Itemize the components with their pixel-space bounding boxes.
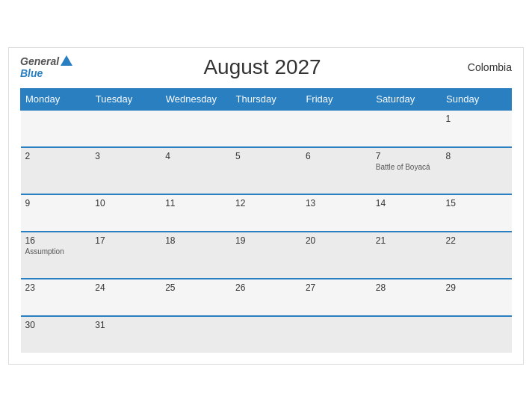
calendar-cell: 15 — [442, 194, 512, 232]
weekday-header-row: MondayTuesdayWednesdayThursdayFridaySatu… — [21, 88, 512, 110]
weekday-header-monday: Monday — [21, 88, 91, 110]
day-number: 28 — [376, 282, 437, 293]
calendar-header: General Blue August 2027 Colombia — [20, 55, 512, 79]
weekday-header-tuesday: Tuesday — [90, 88, 161, 110]
day-number: 18 — [165, 235, 226, 246]
calendar-cell: 30 — [21, 316, 91, 353]
calendar-cell: 19 — [231, 232, 301, 279]
calendar-cell: 1 — [442, 110, 512, 147]
day-number: 26 — [235, 282, 297, 293]
calendar-cell: 12 — [231, 194, 301, 232]
calendar-cell — [371, 110, 442, 147]
calendar-cell: 23 — [21, 279, 91, 316]
logo-triangle-icon — [61, 55, 72, 66]
calendar-cell: 25 — [161, 279, 231, 316]
calendar-cell — [301, 316, 371, 353]
calendar-cell: 22 — [442, 232, 512, 279]
calendar-cell — [231, 316, 301, 353]
calendar-week-row: 23242526272829 — [21, 279, 512, 316]
day-number: 29 — [446, 282, 507, 293]
calendar-cell: 7Battle of Boyacá — [371, 147, 442, 194]
calendar-week-row: 234567Battle of Boyacá8 — [21, 147, 512, 194]
country-label: Colombia — [452, 61, 512, 73]
calendar-week-row: 3031 — [21, 316, 512, 353]
logo-blue-text: Blue — [20, 67, 43, 79]
weekday-header-sunday: Sunday — [442, 88, 512, 110]
day-number: 12 — [235, 198, 297, 208]
calendar-cell — [161, 316, 231, 353]
day-number: 10 — [95, 198, 156, 208]
calendar-cell — [90, 110, 161, 147]
day-number: 15 — [446, 198, 507, 208]
calendar-cell: 31 — [90, 316, 161, 353]
logo: General Blue — [20, 55, 72, 79]
day-number: 4 — [165, 151, 226, 161]
calendar-cell — [371, 316, 442, 353]
calendar-cell: 21 — [371, 232, 442, 279]
calendar-cell — [21, 110, 91, 147]
calendar-cell: 9 — [21, 194, 91, 232]
day-number: 22 — [446, 235, 507, 246]
day-number: 5 — [235, 151, 297, 161]
calendar-cell: 28 — [371, 279, 442, 316]
weekday-header-thursday: Thursday — [231, 88, 301, 110]
day-number: 16 — [25, 235, 87, 246]
calendar-cell: 14 — [371, 194, 442, 232]
weekday-header-saturday: Saturday — [371, 88, 442, 110]
calendar-cell: 5 — [231, 147, 301, 194]
calendar-container: General Blue August 2027 Colombia Monday… — [8, 47, 524, 365]
calendar-week-row: 9101112131415 — [21, 194, 512, 232]
calendar-cell — [301, 110, 371, 147]
calendar-cell: 2 — [21, 147, 91, 194]
calendar-cell: 11 — [161, 194, 231, 232]
calendar-cell: 10 — [90, 194, 161, 232]
day-number: 13 — [306, 198, 367, 208]
day-number: 9 — [25, 198, 87, 208]
day-number: 11 — [165, 198, 226, 208]
calendar-cell: 6 — [301, 147, 371, 194]
calendar-cell: 17 — [90, 232, 161, 279]
weekday-header-wednesday: Wednesday — [161, 88, 231, 110]
day-number: 21 — [376, 235, 437, 246]
calendar-cell: 26 — [231, 279, 301, 316]
calendar-cell: 27 — [301, 279, 371, 316]
day-number: 8 — [446, 151, 507, 161]
weekday-header-friday: Friday — [301, 88, 371, 110]
calendar-cell — [231, 110, 301, 147]
calendar-cell: 16Assumption — [21, 232, 91, 279]
day-number: 20 — [306, 235, 367, 246]
calendar-cell: 4 — [161, 147, 231, 194]
event-label: Assumption — [25, 247, 87, 256]
day-number: 1 — [446, 114, 507, 124]
calendar-cell: 24 — [90, 279, 161, 316]
day-number: 24 — [95, 282, 156, 293]
calendar-cell — [442, 316, 512, 353]
event-label: Battle of Boyacá — [376, 163, 437, 171]
calendar-cell: 18 — [161, 232, 231, 279]
day-number: 27 — [306, 282, 367, 293]
day-number: 14 — [376, 198, 437, 208]
calendar-title: August 2027 — [72, 55, 452, 79]
day-number: 31 — [95, 320, 156, 330]
calendar-cell: 3 — [90, 147, 161, 194]
calendar-cell: 8 — [442, 147, 512, 194]
day-number: 17 — [95, 235, 156, 246]
day-number: 30 — [25, 320, 87, 330]
calendar-week-row: 16Assumption171819202122 — [21, 232, 512, 279]
calendar-cell: 20 — [301, 232, 371, 279]
calendar-grid: MondayTuesdayWednesdayThursdayFridaySatu… — [20, 88, 512, 353]
calendar-cell: 13 — [301, 194, 371, 232]
day-number: 25 — [165, 282, 226, 293]
day-number: 23 — [25, 282, 87, 293]
calendar-cell: 29 — [442, 279, 512, 316]
logo-general-text: General — [20, 55, 59, 67]
day-number: 6 — [306, 151, 367, 161]
calendar-week-row: 1 — [21, 110, 512, 147]
day-number: 2 — [25, 151, 87, 161]
day-number: 19 — [235, 235, 297, 246]
calendar-cell — [161, 110, 231, 147]
day-number: 7 — [376, 151, 437, 161]
day-number: 3 — [95, 151, 156, 161]
